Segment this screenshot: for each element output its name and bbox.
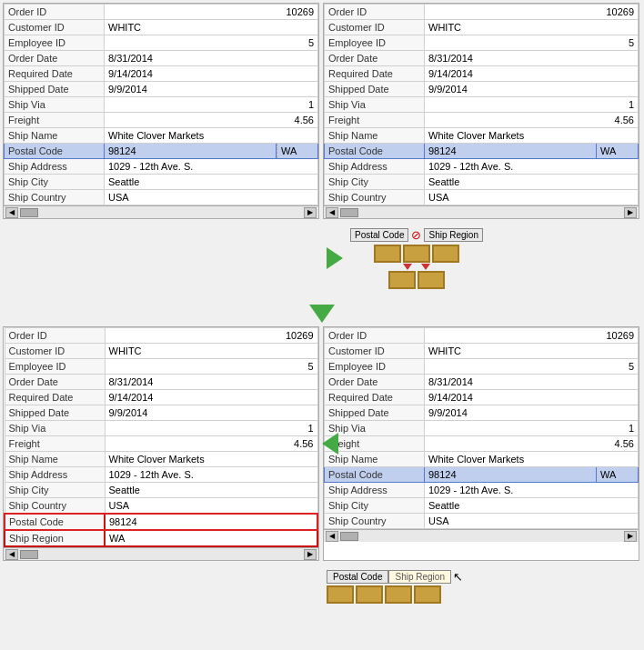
table-row: Ship Via1	[325, 97, 639, 113]
table-row: Ship NameWhite Clover Markets	[5, 128, 318, 144]
bottom-right-table: Order ID10269 Customer IDWHITC Employee …	[324, 327, 639, 529]
ship-region-cell-tr: WA	[597, 144, 638, 158]
highlighted-row-br: Postal Code 98124 WA	[325, 467, 639, 483]
cursor-icon: ↖	[453, 570, 463, 584]
table-row: Ship Address1029 - 12th Ave. S.	[325, 483, 639, 498]
table-row: Ship NameWhite Clover Markets	[5, 452, 317, 467]
bottom-column-labels: Postal Code Ship Region ↖	[327, 570, 463, 584]
table-row: Customer IDWHITC	[325, 20, 639, 35]
scroll-left-btn[interactable]: ◀	[5, 207, 18, 218]
table-row: Order Date8/31/2014	[5, 375, 317, 390]
ship-region-bottom-label: Ship Region	[388, 570, 450, 584]
down-arrow-section	[0, 301, 644, 326]
table-row: Required Date9/14/2014	[5, 66, 318, 82]
postal-code-label: Postal Code	[350, 228, 408, 242]
panel-top-right: Order ID10269 Customer IDWHITC Employee …	[323, 3, 639, 219]
table-row: Ship CitySeattle	[5, 175, 318, 190]
scrollbar-top-right[interactable]: ◀ ▶	[324, 205, 639, 218]
table-row: Ship Address1029 - 12th Ave. S.	[5, 159, 318, 175]
scroll-right-btn[interactable]: ▶	[304, 207, 317, 218]
table-row: Customer IDWHITC	[5, 344, 317, 359]
table-row: Ship Via1	[5, 97, 318, 113]
scroll-left-btn[interactable]: ◀	[326, 207, 338, 218]
table-row: Order ID10269	[5, 5, 318, 20]
panel-bottom-right: Order ID10269 Customer IDWHITC Employee …	[323, 326, 639, 561]
table-row: Ship CitySeattle	[325, 175, 639, 190]
top-right-table: Order ID10269 Customer IDWHITC Employee …	[324, 4, 639, 205]
scroll-thumb[interactable]	[20, 550, 38, 559]
scrollbar-bottom-right[interactable]: ◀ ▶	[324, 529, 639, 542]
arrow-down-icon	[309, 305, 335, 323]
panel-top-left: Order ID10269 Customer IDWHITC Employee …	[3, 3, 319, 219]
table-row: Ship CitySeattle	[5, 483, 317, 498]
table-row: Ship Address1029 - 12th Ave. S.	[325, 159, 639, 175]
panel-bottom-left: Order ID10269 Customer IDWHITC Employee …	[3, 326, 319, 561]
table-row: Ship CountryUSA	[325, 190, 639, 205]
table-row: Ship Via1	[5, 421, 317, 436]
scroll-thumb[interactable]	[340, 208, 358, 217]
no-symbol: ⊘	[411, 228, 421, 242]
down-arrows	[403, 264, 430, 270]
bottom-icon-boxes	[327, 585, 441, 604]
table-row: Order Date8/31/2014	[325, 375, 639, 390]
highlighted-row-top-right: Postal Code 98124 WA	[325, 144, 639, 159]
ship-region-label: Ship Region	[424, 228, 482, 242]
table-row: Freight4.56	[5, 436, 317, 452]
table-row: Ship CountryUSA	[325, 514, 639, 529]
table-row: Employee ID5	[325, 35, 639, 51]
table-row: Employee ID5	[325, 359, 639, 375]
highlighted-row-top-left: Postal Code 98124 WA	[5, 144, 318, 159]
table-row: Ship NameWhite Clover Markets	[325, 128, 639, 144]
scroll-right-btn[interactable]: ▶	[624, 531, 637, 542]
table-row: Customer IDWHITC	[5, 20, 318, 35]
table-row: Customer IDWHITC	[325, 344, 639, 359]
table-row: Required Date9/14/2014	[5, 390, 317, 405]
table-row: Order ID10269	[325, 328, 639, 344]
arrow-left-icon	[322, 433, 338, 455]
postal-code-bottom-label: Postal Code	[327, 570, 388, 584]
red-border-row-postal: Postal Code 98124	[5, 514, 317, 530]
table-row: Order Date8/31/2014	[5, 51, 318, 66]
scroll-thumb[interactable]	[20, 208, 38, 217]
scroll-left-btn[interactable]: ◀	[5, 549, 18, 560]
scrollbar-bottom-left[interactable]: ◀ ▶	[4, 547, 318, 560]
table-row: Shipped Date9/9/2014	[325, 82, 639, 97]
table-row: Freight4.56	[325, 113, 639, 128]
ship-region-cell: WA	[277, 144, 317, 158]
table-row: Freight4.56	[325, 436, 639, 452]
scroll-left-btn[interactable]: ◀	[326, 531, 338, 542]
red-border-row-region: Ship Region WA	[5, 530, 317, 546]
table-row: Employee ID5	[5, 35, 318, 51]
bottom-legend-left	[3, 564, 319, 609]
scroll-right-btn[interactable]: ▶	[304, 549, 317, 560]
arrow-right-icon	[327, 247, 343, 269]
icon-boxes-top	[374, 245, 459, 263]
table-row: Ship CountryUSA	[5, 498, 317, 515]
table-row: Required Date9/14/2014	[325, 66, 639, 82]
table-row: Order ID10269	[5, 328, 317, 344]
column-labels-row: Postal Code ⊘ Ship Region	[350, 228, 483, 242]
top-left-table: Order ID10269 Customer IDWHITC Employee …	[4, 4, 318, 205]
table-row: Employee ID5	[5, 359, 317, 375]
table-row: Shipped Date9/9/2014	[325, 405, 639, 421]
middle-left-spacer	[3, 219, 319, 301]
table-row: Required Date9/14/2014	[325, 390, 639, 405]
scroll-thumb[interactable]	[340, 532, 358, 541]
table-row: Order ID10269	[325, 5, 639, 20]
table-row: Shipped Date9/9/2014	[5, 82, 318, 97]
bottom-left-table: Order ID10269 Customer IDWHITC Employee …	[4, 327, 318, 547]
scrollbar-top-left[interactable]: ◀ ▶	[4, 205, 318, 218]
icon-boxes-bottom	[388, 271, 445, 289]
scroll-right-btn[interactable]: ▶	[624, 207, 637, 218]
table-row: Order Date8/31/2014	[325, 51, 639, 66]
middle-right-legend: Postal Code ⊘ Ship Region	[319, 219, 636, 301]
table-row: Freight4.56	[5, 113, 318, 128]
table-row: Shipped Date9/9/2014	[5, 405, 317, 421]
table-row: Ship Via1	[325, 421, 639, 436]
table-row: Ship NameWhite Clover Markets	[325, 452, 639, 467]
table-row: Ship CitySeattle	[325, 498, 639, 514]
table-row: Ship CountryUSA	[5, 190, 318, 205]
ship-region-cell-br: WA	[597, 467, 638, 482]
table-row: Ship Address1029 - 12th Ave. S.	[5, 467, 317, 483]
bottom-legend-right: Postal Code Ship Region ↖	[319, 564, 636, 609]
